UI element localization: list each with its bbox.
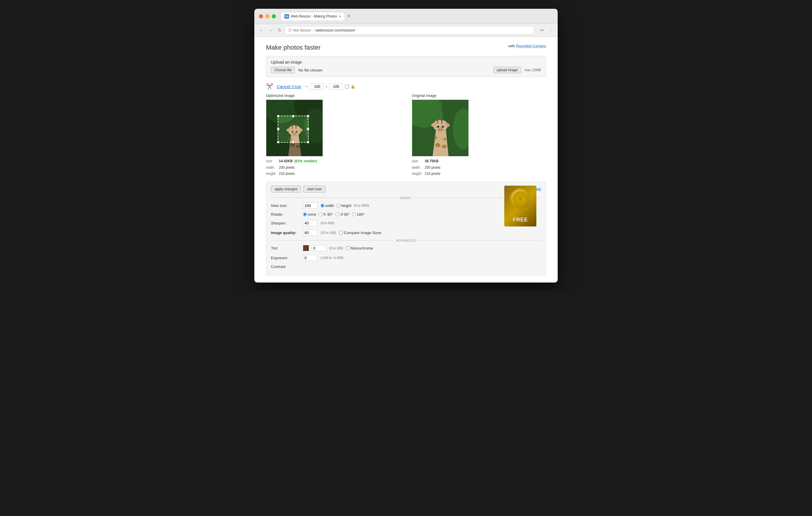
original-image-meta: size 38.75KB width 200 pixels height 210… [412, 158, 546, 177]
sharpen-row: Sharpen: (0 to 500) [271, 219, 541, 227]
svg-point-41 [439, 129, 440, 131]
address-bar[interactable]: ⓘ Not Secure | webresizer.com/resizer/ [285, 26, 534, 34]
orig-size-label: size [412, 158, 423, 165]
monochrome-checkbox[interactable] [346, 246, 350, 250]
crop-handle-tr[interactable] [307, 115, 309, 117]
close-button[interactable] [259, 14, 263, 18]
aspect-lock-checkbox[interactable] [345, 85, 349, 88]
crop-handle-bl[interactable] [277, 141, 280, 143]
rotate-ccw90-radio[interactable] [336, 213, 339, 216]
crop-height-input[interactable] [329, 83, 343, 89]
choose-file-button[interactable]: Choose file [271, 67, 295, 73]
crop-handle-rm[interactable] [307, 128, 309, 130]
monochrome-label[interactable]: Monochrome [346, 246, 373, 250]
active-tab[interactable]: W Web Resizer - Making Photos × [281, 12, 345, 21]
tab-close-icon[interactable]: × [339, 14, 341, 18]
height-radio-label[interactable]: height [336, 203, 351, 208]
crop-section: ✂️ Cancel Crop ↔ ↕ 🔒 Optimized Image [266, 83, 546, 177]
tab-bar: W Web Resizer - Making Photos × + [281, 12, 553, 21]
rounded-corners-section: with Rounded Corners [509, 44, 546, 48]
upload-section: Upload an image Choose file No file chos… [266, 56, 546, 77]
back-button[interactable]: ← [258, 27, 265, 34]
rotate-ccw90-label[interactable]: ↺ 90° [336, 212, 350, 217]
opt-size-label: size [266, 158, 277, 165]
rotate-cw90-label[interactable]: ↻ 90° [319, 212, 333, 217]
sharpen-range-hint: (0 to 500) [321, 221, 334, 225]
extensions-button[interactable]: ⚯ [539, 27, 545, 34]
url-separator: | [313, 28, 314, 32]
rotate-none-radio[interactable] [303, 213, 307, 216]
upload-controls: Choose file No file chosen upload image … [271, 67, 541, 73]
tint-input[interactable] [312, 245, 326, 251]
rotate-180-radio[interactable] [352, 213, 356, 216]
tint-color-picker[interactable] [303, 245, 309, 251]
compare-label[interactable]: Compare Image Sizes [339, 230, 381, 235]
forward-button[interactable]: → [267, 27, 274, 34]
exposure-input[interactable] [303, 255, 318, 261]
quality-input[interactable] [303, 230, 318, 236]
upload-image-button[interactable]: upload image [493, 67, 521, 73]
width-radio-label[interactable]: width [321, 203, 334, 208]
crop-selection-overlay[interactable] [278, 115, 309, 143]
svg-point-32 [437, 126, 439, 128]
rotate-none-label[interactable]: none [303, 212, 316, 217]
lock-icon: 🔒 [351, 84, 355, 89]
orig-width-value: 200 pixels [425, 165, 440, 171]
rotate-180-text: 180° [357, 212, 365, 217]
maximize-button[interactable] [272, 14, 276, 18]
contrast-label: Contrast: [271, 265, 300, 269]
opt-width-label: width [266, 165, 277, 171]
sharpen-input[interactable] [303, 220, 318, 226]
compare-checkbox[interactable] [339, 231, 343, 235]
advanced-section-divider: ADVANCED [271, 239, 541, 242]
crop-handle-bm[interactable] [292, 141, 294, 143]
sharpen-label: Sharpen: [271, 221, 300, 225]
rotate-ccw-icon: ↺ [340, 212, 343, 217]
rotate-cw90-radio[interactable] [319, 213, 322, 216]
optimized-image-meta: size 14.42KB (62% smaller) width 200 pix… [266, 158, 400, 177]
crop-width-input[interactable] [310, 83, 324, 89]
crop-handle-tm[interactable] [292, 115, 294, 117]
tint-label: Tint: [271, 246, 300, 250]
ad-coin-image: $ [510, 189, 530, 209]
rounded-corners-link[interactable]: Rounded Corners [516, 44, 546, 48]
crop-handle-lm[interactable] [277, 128, 280, 130]
page-content: Make photos faster with Rounded Corners … [254, 37, 558, 282]
crop-dimensions: ↔ ↕ 🔒 [304, 83, 355, 89]
opt-height-label: height [266, 171, 277, 177]
new-size-input[interactable] [303, 202, 318, 209]
crop-handle-tl[interactable] [277, 115, 280, 117]
divider-line-left [271, 197, 398, 198]
new-size-label: New size: [271, 203, 300, 208]
new-tab-button[interactable]: + [345, 12, 353, 21]
svg-point-42 [441, 129, 442, 131]
apply-changes-button[interactable]: apply changes [271, 186, 301, 193]
width-radio[interactable] [321, 204, 324, 208]
not-secure-label: Not Secure [293, 28, 311, 32]
crop-icon: ✂️ [266, 83, 273, 90]
compare-text: Compare Image Sizes [344, 230, 381, 235]
cancel-crop-link[interactable]: Cancel Crop [277, 84, 301, 89]
height-radio[interactable] [336, 204, 340, 208]
optimized-image-container [266, 100, 323, 157]
reload-button[interactable]: ↻ [277, 27, 283, 34]
advanced-label: ADVANCED [394, 239, 418, 242]
orig-height-value: 210 pixels [425, 171, 440, 177]
width-radio-text: width [325, 203, 334, 208]
menu-button[interactable]: ⋮ [547, 27, 554, 34]
start-over-button[interactable]: start over [303, 186, 325, 193]
opt-height-value: 210 pixels [279, 171, 295, 177]
svg-point-40 [437, 128, 444, 132]
size-radio-group: width height (5 to 2000) [321, 203, 369, 208]
minimize-button[interactable] [265, 14, 269, 18]
address-bar-row: ← → ↻ ⓘ Not Secure | webresizer.com/resi… [254, 24, 558, 37]
optimized-label: Optimized Image [266, 93, 400, 98]
rotate-none-text: none [308, 212, 316, 217]
svg-point-26 [442, 145, 446, 148]
original-image-container [412, 100, 469, 157]
height-arrow-icon: ↕ [325, 84, 327, 89]
crop-handle-br[interactable] [307, 141, 309, 143]
rotate-180-label[interactable]: 180° [352, 212, 365, 217]
tint-range-hint: (0 to 100) [329, 246, 343, 250]
quality-label: Image quality: [271, 230, 300, 235]
